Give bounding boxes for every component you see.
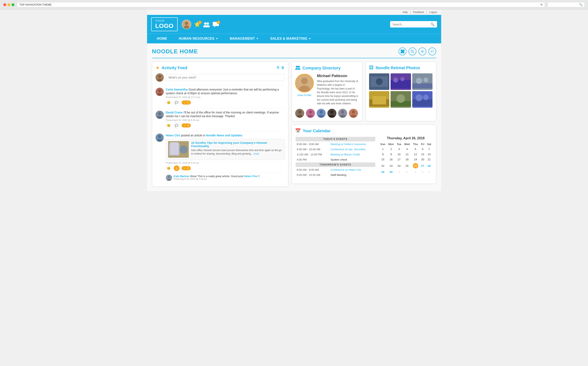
cal-day[interactable]: 29 <box>379 169 387 175</box>
photo-2[interactable] <box>391 73 411 90</box>
logout-link[interactable]: Logout <box>429 11 437 14</box>
cal-day[interactable]: 23 <box>387 162 395 169</box>
photo-4[interactable] <box>369 91 389 108</box>
user-avatar[interactable] <box>182 20 191 29</box>
cal-fri: Fri <box>420 142 426 146</box>
notifications-star-icon[interactable]: ⭐ 1 <box>194 22 200 27</box>
feedback-link[interactable]: Feedback <box>413 11 424 14</box>
nav-home[interactable]: HOME <box>151 34 173 43</box>
dir-avatar-1[interactable] <box>295 109 304 118</box>
photo-1[interactable] <box>369 73 389 90</box>
nav-human-resources[interactable]: HUMAN RESOURCES ▼ <box>173 34 224 43</box>
cal-day[interactable]: 9 <box>387 152 395 157</box>
cal-day[interactable]: 15 <box>379 157 387 162</box>
cal-day[interactable]: 20 <box>420 157 426 162</box>
photo-6[interactable] <box>412 91 433 108</box>
cal-day[interactable]: 4 <box>403 146 411 152</box>
photo-3[interactable] <box>412 73 433 90</box>
comment-meta: Posted April 24, 2018 @ 4:44 pm <box>174 178 260 180</box>
dir-avatar-5[interactable] <box>338 109 347 118</box>
event-1-title[interactable]: Meeting w/ Kellen's Insurance <box>329 142 375 146</box>
cal-day[interactable]: 10 <box>395 152 403 157</box>
post-2-comment-button[interactable]: 💬 <box>174 122 179 128</box>
nav-sales-marketing[interactable]: SALES & MARKETING ▼ <box>265 34 317 43</box>
post-1-comment-button[interactable]: 💬 <box>174 100 179 105</box>
event-2-title[interactable]: Conference w/ Apt. Securities <box>329 147 375 152</box>
minimize-window-button[interactable] <box>7 3 10 6</box>
cal-day[interactable]: 25 <box>403 162 411 169</box>
close-window-button[interactable] <box>3 3 6 6</box>
cal-day[interactable]: 7 <box>426 146 433 152</box>
maximize-window-button[interactable] <box>12 3 15 6</box>
cal-day[interactable]: 19 <box>411 157 420 162</box>
page-settings-button[interactable]: ⚙ <box>418 47 426 55</box>
cal-day[interactable]: 11 <box>403 152 411 157</box>
cal-day[interactable]: 12 <box>411 152 420 157</box>
url-bar[interactable]: TOP NAVIGATION THEME ↻ <box>17 2 545 7</box>
post-2-emoji-button[interactable]: 😊 <box>166 122 172 128</box>
post-2-author[interactable]: David Crane <box>166 111 183 114</box>
nav-management[interactable]: MANAGEMENT ▼ <box>224 34 265 43</box>
cal-day[interactable]: 18 <box>403 157 411 162</box>
add-content-button[interactable] <box>399 47 406 55</box>
cal-day[interactable]: 2 <box>403 169 411 175</box>
logo[interactable]: YOUR LOGO <box>151 17 178 31</box>
post-1-emoji-button[interactable]: 😊 <box>166 100 172 105</box>
cal-day[interactable]: 14 <box>426 152 433 157</box>
delete-icon[interactable]: 🗑 <box>281 66 285 70</box>
page-tag-button[interactable]: 🏷 <box>428 47 436 55</box>
cal-day[interactable]: 22 <box>379 162 387 169</box>
post-3-author[interactable]: Helen Cho <box>166 134 180 137</box>
post-3-emoji-button[interactable]: 😊 <box>166 165 172 171</box>
cal-day[interactable]: 30 <box>387 169 395 175</box>
dir-avatar-6[interactable] <box>349 109 358 118</box>
event-3-title[interactable]: Meeting w/ Bloom Credit <box>329 152 375 157</box>
cal-day[interactable]: 6 <box>420 146 426 152</box>
post-3-like-button[interactable]: 👍 2 <box>182 166 191 170</box>
cal-day[interactable]: 3 <box>411 169 420 175</box>
page-content: NOODLE HOME <box>147 43 441 191</box>
dir-avatar-3[interactable] <box>317 109 326 118</box>
filter-icon[interactable]: ⚗ <box>276 66 279 70</box>
cal-day[interactable]: 8 <box>379 152 387 157</box>
cal-day[interactable]: 5 <box>426 169 433 175</box>
post-2-like-button[interactable]: 👍 3 <box>182 123 191 128</box>
browser-search-bar[interactable]: 🔍 <box>548 2 585 7</box>
cal-day[interactable]: 1 <box>395 169 403 175</box>
cal-day[interactable]: 16 <box>387 157 395 162</box>
cal-today-day[interactable]: 26 <box>411 162 420 169</box>
search-input[interactable] <box>393 23 429 26</box>
post-1-like-button[interactable]: 👍 1 <box>182 100 191 105</box>
comment-mention[interactable]: Helen Cho <box>244 175 257 178</box>
cal-day[interactable]: 24 <box>395 162 403 169</box>
post-1-author[interactable]: Carla Samantha <box>166 88 188 91</box>
article-more-link[interactable]: more <box>254 152 259 155</box>
team-icon[interactable] <box>203 22 210 27</box>
help-link[interactable]: Help <box>403 11 408 14</box>
cal-day[interactable]: 4 <box>420 169 426 175</box>
cal-day[interactable]: 3 <box>395 146 403 152</box>
cal-day[interactable]: 27 <box>420 162 426 169</box>
cal-day[interactable]: 21 <box>426 157 433 162</box>
compose-input[interactable] <box>166 74 285 81</box>
reload-icon[interactable]: ↻ <box>541 3 543 6</box>
messages-icon[interactable]: 2 <box>213 22 219 27</box>
cal-day[interactable]: 5 <box>411 146 420 152</box>
dir-avatar-4[interactable] <box>327 109 336 118</box>
post-3-comment-count[interactable]: 1 <box>174 165 179 171</box>
dir-avatar-2[interactable] <box>306 109 315 118</box>
cal-day[interactable]: 28 <box>426 162 433 169</box>
tmr-event-1-title[interactable]: Conference w/ Helen Cho <box>329 168 375 172</box>
view-profile-link[interactable]: View Profile <box>295 94 314 97</box>
photo-5[interactable] <box>391 91 411 108</box>
cal-day[interactable]: 1 <box>379 146 387 152</box>
search-submit-icon[interactable]: 🔍 <box>430 22 435 26</box>
post-3-channel[interactable]: Noodle News and Updates <box>206 134 242 137</box>
comment-author[interactable]: Kyle Markus <box>174 175 190 178</box>
cal-day[interactable]: 13 <box>420 152 426 157</box>
search-box[interactable]: 🔍 <box>390 21 437 28</box>
article-title[interactable]: 10 Surefire Tips for Improving your Comp… <box>191 141 283 148</box>
cal-day[interactable]: 17 <box>395 157 403 162</box>
page-search-button[interactable] <box>409 47 416 55</box>
cal-day[interactable]: 2 <box>387 146 395 152</box>
